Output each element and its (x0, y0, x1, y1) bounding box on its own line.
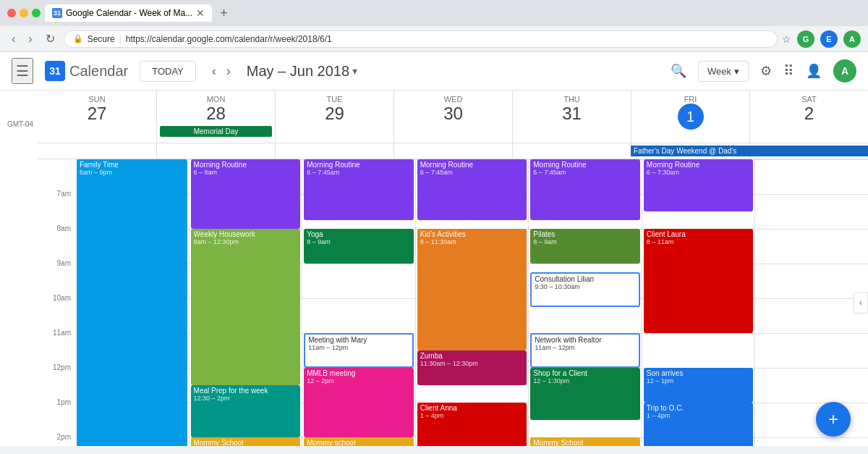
all-day-time (0, 131, 38, 146)
event-wed[interactable]: Client Anna1 – 4pm (417, 403, 527, 446)
reload-button[interactable]: ↻ (41, 30, 59, 48)
event-time: 6 – 8am (194, 169, 298, 176)
event-thu[interactable]: Pilates8 – 9am (530, 229, 640, 264)
back-button[interactable]: ‹ (7, 30, 20, 48)
calendar-header: ☰ 31 Calendar TODAY ‹ › May – Jun 2018 ▾… (0, 52, 868, 91)
event-fri[interactable]: Son arrives12 – 1pm (644, 368, 754, 403)
event-title: Shop for a Client (533, 369, 637, 377)
window-controls (7, 9, 41, 17)
event-title: Pilates (533, 230, 637, 238)
browser-chrome: 31 Google Calendar - Week of Ma... ✕ + ‹… (0, 0, 868, 52)
close-dot[interactable] (7, 9, 16, 17)
event-mon[interactable]: Mommy School2 – 4pm (191, 437, 301, 446)
calendar-app: ☰ 31 Calendar TODAY ‹ › May – Jun 2018 ▾… (0, 52, 868, 446)
event-mon[interactable]: Morning Routine6 – 8am (191, 159, 301, 229)
bookmark-button[interactable]: ☆ (782, 33, 791, 45)
event-title: Weekly Housework (194, 230, 298, 238)
minimize-dot[interactable] (20, 9, 28, 17)
event-time: 1 – 4pm (647, 412, 751, 419)
hour-line (302, 298, 415, 299)
prev-week-button[interactable]: ‹ (208, 61, 221, 82)
event-tue[interactable]: Meeting with Mary11am – 12pm (304, 333, 414, 368)
event-thu[interactable]: Network with Realtor11am – 12pm (530, 333, 640, 368)
day-col-thu: Morning Routine6 – 7:45amPilates8 – 9amC… (528, 159, 642, 446)
event-thu[interactable]: Shop for a Client12 – 1:30pm (530, 368, 640, 420)
events-container: Family Time6am – 9pmMorning Routine6 – 8… (75, 159, 868, 446)
create-event-fab[interactable]: + (816, 402, 851, 437)
events-scroll-area[interactable]: 7am8am9am10am11am12pm1pm2pm3pm4pm5pm6pm7… (38, 159, 868, 446)
hour-line (642, 333, 755, 334)
browser-profile-2[interactable]: E (820, 30, 838, 48)
event-time: 12 – 1pm (647, 377, 751, 384)
month-dropdown-arrow[interactable]: ▾ (352, 65, 357, 77)
next-week-button[interactable]: › (222, 61, 235, 82)
event-thu[interactable]: Morning Routine6 – 7:45am (530, 159, 640, 220)
event-thu[interactable]: Consultation Lilian9:30 – 10:30am (530, 272, 640, 307)
event-title: MMLB meeting (307, 369, 411, 377)
event-time: 6 – 7:45am (533, 169, 637, 176)
event-tue[interactable]: Morning Routine6 – 7:45am (304, 159, 414, 220)
new-tab-button[interactable]: + (216, 6, 231, 21)
event-thu[interactable]: Mommy School2 – 4pm (530, 437, 640, 446)
settings-button[interactable]: ⚙ (757, 60, 775, 82)
calendar-grid: SUN 27 MON 28 Memorial Day TUE 29 WED 30 (38, 91, 868, 446)
tab-close-button[interactable]: ✕ (196, 7, 205, 19)
event-title: Client Anna (420, 404, 524, 412)
search-button[interactable]: 🔍 (668, 60, 689, 82)
event-fri[interactable]: Morning Routine6 – 7:30am (644, 159, 754, 211)
day-header-tue: TUE 29 (275, 91, 393, 143)
hour-line (302, 264, 415, 264)
maximize-dot[interactable] (32, 9, 41, 17)
event-title: Mommy school (307, 439, 411, 446)
day-col-sat: Might Routine (754, 159, 868, 446)
day-col-fri: Morning Routine6 – 7:30amClient Laura8 –… (642, 159, 755, 446)
hour-line (755, 194, 868, 195)
calendar-logo-icon: 31 (45, 61, 65, 81)
gmt-label: GMT-04 (7, 120, 33, 128)
view-selector-button[interactable]: Week ▾ (698, 61, 749, 82)
event-time: 6am – 9pm (80, 169, 184, 176)
day-header-fri: FRI 1 (631, 91, 749, 143)
apps-icon[interactable]: ⠿ (783, 62, 794, 80)
calendar-logo-text: Calendar (69, 63, 128, 80)
event-sun[interactable]: Family Time6am – 9pm (77, 159, 187, 446)
events-grid: Family Time6am – 9pmMorning Routine6 – 8… (75, 159, 868, 446)
scroll-right-arrow[interactable]: ‹ (854, 292, 868, 314)
time-label-2pm: 2pm (38, 433, 75, 446)
event-title: Family Time (80, 161, 184, 169)
day-header-sun: SUN 27 (38, 91, 156, 143)
event-wed[interactable]: Kid's Activities8 – 11:30am (417, 229, 527, 350)
event-title: Morning Routine (420, 161, 524, 169)
address-bar[interactable]: 🔒 Secure | https://calendar.google.com/c… (64, 30, 778, 48)
all-day-cell-4 (512, 143, 631, 159)
event-tue[interactable]: Yoga8 – 9am (304, 229, 414, 264)
event-time: 8 – 11am (647, 238, 751, 245)
event-title: Mommy School (533, 439, 637, 446)
all-day-cell-1 (156, 143, 275, 159)
hour-line (755, 403, 868, 403)
time-column-header: GMT-04 (0, 91, 38, 446)
event-wed[interactable]: Morning Routine6 – 7:45am (417, 159, 527, 220)
fathers-day-all-day[interactable]: Father's Day Weekend @ Dad's (631, 146, 868, 156)
browser-profile-1[interactable]: G (797, 30, 814, 48)
today-button[interactable]: TODAY (140, 61, 196, 82)
time-label-8am: 8am (38, 224, 75, 259)
event-tue[interactable]: MMLB meeting12 – 2pm (304, 368, 414, 437)
help-button[interactable]: 👤 (803, 60, 825, 82)
event-mon[interactable]: Meal Prep for the week12:30 – 2pm (191, 385, 301, 437)
event-fri[interactable]: Trip to O.C.1 – 4pm (644, 403, 754, 446)
event-time: 6 – 7:45am (307, 169, 411, 176)
menu-button[interactable]: ☰ (12, 58, 33, 84)
browser-tab[interactable]: 31 Google Calendar - Week of Ma... ✕ (45, 4, 212, 22)
event-mon[interactable]: Weekly Housework8am – 12:30pm (191, 229, 301, 385)
time-labels: 7am8am9am10am11am12pm1pm2pm3pm4pm5pm6pm7… (38, 159, 75, 446)
day-col-mon: Morning Routine6 – 8amWeekly Housework8a… (189, 159, 302, 446)
event-fri[interactable]: Client Laura8 – 11am (644, 229, 754, 333)
browser-profile-3[interactable]: A (843, 30, 861, 48)
event-wed[interactable]: Zumba11:30am – 12:30pm (417, 350, 527, 385)
user-avatar[interactable]: A (833, 59, 856, 83)
browser-navbar: ‹ › ↻ 🔒 Secure | https://calendar.google… (0, 26, 868, 52)
forward-button[interactable]: › (24, 30, 36, 48)
event-title: Kid's Activities (420, 230, 524, 238)
event-tue[interactable]: Mommy school2 – 4pm (304, 437, 414, 446)
